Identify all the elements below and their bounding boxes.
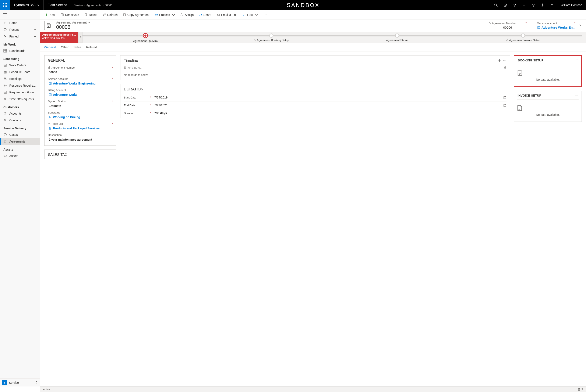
lock-icon — [488, 22, 491, 24]
service-account-link[interactable]: Adventure Works Engineering — [48, 80, 113, 85]
process-stage-2[interactable]: Agreement Booking Setup — [208, 32, 334, 43]
sidebar-item-home[interactable]: Home — [0, 20, 40, 26]
task-icon[interactable] — [501, 0, 510, 10]
field-price-list[interactable]: Price List* Products and Packaged Servic… — [45, 121, 116, 132]
process-stage-1[interactable]: Agreement (4 Min) — [83, 32, 208, 43]
chevron-right-icon: › — [103, 4, 103, 7]
copy-button[interactable]: Copy Agreement — [121, 11, 151, 18]
user-name[interactable]: William Contoso — [557, 4, 586, 7]
sidebar-item-cases[interactable]: Cases — [0, 131, 40, 138]
new-button[interactable]: New — [43, 11, 57, 18]
timeline-note-input[interactable]: Enter a note... — [124, 66, 506, 71]
lightbulb-icon[interactable] — [510, 0, 519, 10]
sidebar-item-accounts[interactable]: Accounts — [0, 110, 40, 117]
field-end-date[interactable]: End Date * 7/22/2021 — [120, 102, 510, 109]
more-commands-button[interactable] — [262, 11, 269, 18]
sidebar-item-pinned[interactable]: Pinned — [0, 33, 40, 40]
gear-icon[interactable] — [538, 0, 547, 10]
sidebar-label: Dashboards — [9, 49, 26, 52]
price-list-link[interactable]: Products and Packaged Services — [48, 125, 113, 130]
search-icon[interactable] — [491, 0, 501, 10]
booking-more-button[interactable] — [574, 58, 579, 62]
sidebar-item-contacts[interactable]: Contacts — [0, 117, 40, 124]
record-entity-label[interactable]: Agreement: Agreement — [56, 21, 91, 24]
process-collapse-button[interactable] — [78, 32, 83, 43]
svg-point-33 — [265, 14, 265, 15]
invoice-more-button[interactable] — [574, 92, 579, 98]
deactivate-button[interactable]: Deactivate — [59, 11, 81, 18]
header-expand-button[interactable] — [579, 24, 582, 27]
process-button[interactable]: Process — [153, 11, 177, 18]
assign-button[interactable]: Assign — [178, 11, 195, 18]
sidebar-item-timeoff[interactable]: Time Off Requests — [0, 96, 40, 102]
process-stage-3[interactable]: Agreement Status — [334, 32, 460, 43]
sidebar-item-workorders[interactable]: Work Orders — [0, 62, 40, 68]
sidebar-item-agreements[interactable]: Agreements — [0, 138, 40, 145]
card-title: BOOKING SETUP — [514, 56, 547, 64]
tab-sales[interactable]: Sales — [73, 45, 81, 51]
field-start-date[interactable]: Start Date * 7/24/2019 — [120, 94, 510, 101]
sidebar-toggle[interactable] — [0, 10, 40, 20]
attachment-icon[interactable] — [503, 66, 506, 69]
tab-general[interactable]: General — [44, 45, 56, 51]
svg-point-22 — [5, 85, 6, 86]
email-button[interactable]: Email a Link — [215, 11, 239, 18]
share-button[interactable]: Share — [197, 11, 213, 18]
booking-empty: No data available. — [514, 65, 581, 86]
svg-rect-39 — [49, 67, 50, 68]
svg-rect-47 — [504, 104, 506, 106]
field-system-status[interactable]: System Status* Estimate — [45, 98, 116, 110]
billing-account-link[interactable]: Adventure Works — [48, 92, 113, 96]
cmd-label: Refresh — [107, 13, 118, 16]
field-duration[interactable]: Duration * 730 days — [120, 109, 510, 117]
brand-menu[interactable]: Dynamics 365 — [10, 0, 44, 10]
refresh-button[interactable]: Refresh — [101, 11, 119, 18]
svg-point-50 — [577, 60, 578, 60]
svg-rect-36 — [538, 26, 540, 28]
tab-other[interactable]: Other — [61, 45, 69, 51]
help-icon[interactable]: ? — [547, 0, 557, 10]
area-switcher[interactable]: S Service — [0, 378, 40, 386]
breadcrumb: Service › Agreements › 00006 — [71, 0, 115, 10]
sidebar-item-recent[interactable]: Recent — [0, 26, 40, 33]
record-icon — [49, 127, 52, 130]
svg-rect-14 — [4, 49, 5, 50]
calendar-icon[interactable] — [503, 104, 506, 107]
breadcrumb-item[interactable]: 00006 — [105, 4, 112, 7]
field-description[interactable]: Description 2 year maintenance agreement — [45, 132, 116, 143]
flow-button[interactable]: Flow — [241, 11, 260, 18]
breadcrumb-item[interactable]: Agreements — [87, 4, 101, 7]
timeline-more-button[interactable] — [502, 58, 507, 63]
process-stage-4[interactable]: Agreement Invoice Setup — [460, 32, 586, 43]
timeline-add-button[interactable] — [497, 58, 502, 63]
sidebar-item-dashboards[interactable]: Dashboards — [0, 48, 40, 54]
svg-point-49 — [576, 60, 577, 60]
brand-label: Dynamics 365 — [14, 3, 36, 7]
sidebar-item-scheduleboard[interactable]: Schedule Board — [0, 68, 40, 76]
field-agreement-number[interactable]: Agreement Number* 00006 — [45, 65, 116, 76]
lock-icon — [48, 66, 51, 69]
svg-rect-31 — [217, 14, 219, 16]
app-launcher[interactable] — [0, 0, 10, 10]
sidebar-item-bookings[interactable]: Bookings — [0, 76, 40, 82]
cmd-label: Flow — [247, 13, 253, 16]
svg-point-51 — [575, 95, 576, 96]
calendar-icon[interactable] — [503, 96, 506, 99]
breadcrumb-item[interactable]: Service — [74, 4, 83, 7]
sidebar-item-resourcereq[interactable]: Resource Require... — [0, 82, 40, 89]
field-service-account[interactable]: Service Account* Adventure Works Enginee… — [45, 76, 116, 87]
delete-button[interactable]: Delete — [83, 11, 99, 18]
svg-rect-18 — [4, 64, 6, 66]
tab-related[interactable]: Related — [86, 45, 97, 51]
plus-icon[interactable] — [519, 0, 529, 10]
filter-icon[interactable] — [529, 0, 538, 10]
process-info[interactable]: Agreement Business Pro... Active for 4 m… — [40, 32, 78, 43]
field-billing-account[interactable]: Billing Account Adventure Works — [45, 87, 116, 98]
sidebar-item-assets[interactable]: Assets — [0, 152, 40, 159]
svg-rect-27 — [124, 14, 125, 16]
substatus-link[interactable]: Working on Pricing — [48, 114, 113, 119]
field-substatus[interactable]: Substatus Working on Pricing — [45, 110, 116, 121]
sidebar-label: Time Off Requests — [9, 98, 34, 101]
sidebar-item-reqgroup[interactable]: Requirement Grou... — [0, 89, 40, 96]
service-account-link[interactable]: Adventure Works En... — [537, 25, 575, 29]
